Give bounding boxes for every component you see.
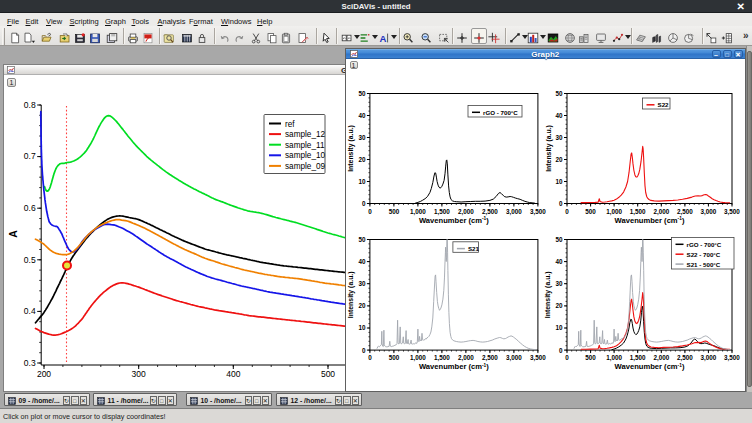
svg-text:1,000: 1,000 [410, 208, 426, 216]
svg-text:rGO - 700°C: rGO - 700°C [483, 109, 518, 116]
svg-text:2,500: 2,500 [677, 354, 693, 362]
svg-text:Wavenumber (cm-1): Wavenumber (cm-1) [614, 362, 684, 371]
svg-text:2,000: 2,000 [458, 354, 474, 362]
svg-text:S21 - 500°C: S21 - 500°C [686, 261, 720, 268]
svg-text:50: 50 [555, 90, 563, 97]
svg-text:3,500: 3,500 [724, 354, 740, 362]
svg-text:Wavenumber (cm-1): Wavenumber (cm-1) [614, 216, 684, 225]
svg-text:S22: S22 [657, 101, 669, 108]
svg-text:0: 0 [368, 354, 372, 361]
svg-text:ref: ref [285, 120, 295, 129]
svg-text:0: 0 [361, 347, 365, 354]
svg-text:500: 500 [388, 208, 399, 215]
svg-text:A: A [7, 230, 19, 238]
svg-text:2,500: 2,500 [677, 208, 693, 216]
svg-text:sample_10: sample_10 [285, 151, 326, 160]
svg-text:3,000: 3,000 [700, 208, 716, 216]
svg-text:30: 30 [555, 134, 563, 141]
svg-text:Intensity (a.u.): Intensity (a.u.) [347, 271, 355, 318]
svg-text:3,000: 3,000 [506, 208, 522, 216]
svg-text:0: 0 [558, 347, 562, 354]
svg-text:Intensity (a.u.): Intensity (a.u.) [544, 125, 552, 172]
svg-text:10: 10 [555, 324, 563, 331]
svg-text:300: 300 [132, 369, 146, 379]
svg-text:500: 500 [388, 354, 399, 361]
svg-text:10: 10 [555, 178, 563, 185]
svg-text:1,500: 1,500 [434, 354, 450, 362]
svg-text:S21: S21 [467, 245, 479, 252]
svg-text:1,000: 1,000 [606, 208, 622, 216]
svg-text:0: 0 [565, 354, 569, 361]
svg-text:2,000: 2,000 [653, 354, 669, 362]
svg-text:3,500: 3,500 [724, 208, 740, 216]
svg-text:40: 40 [555, 258, 563, 265]
svg-text:0.7: 0.7 [24, 151, 36, 161]
svg-text:40: 40 [555, 112, 563, 119]
svg-text:sample_09: sample_09 [285, 162, 326, 171]
svg-text:20: 20 [555, 302, 563, 309]
svg-text:0.8: 0.8 [24, 100, 36, 110]
svg-text:2,500: 2,500 [482, 208, 498, 216]
svg-text:30: 30 [555, 280, 563, 287]
svg-text:3,000: 3,000 [506, 354, 522, 362]
svg-text:50: 50 [555, 236, 563, 243]
svg-text:sample_11: sample_11 [285, 141, 325, 150]
svg-text:1,500: 1,500 [629, 354, 645, 362]
svg-text:20: 20 [555, 156, 563, 163]
svg-text:3,500: 3,500 [530, 354, 546, 362]
svg-text:2,000: 2,000 [653, 208, 669, 216]
svg-text:sample_12: sample_12 [285, 130, 326, 139]
svg-text:2,500: 2,500 [482, 354, 498, 362]
svg-text:0: 0 [565, 208, 569, 215]
svg-text:0: 0 [361, 200, 365, 207]
svg-text:2,000: 2,000 [458, 208, 474, 216]
svg-text:10: 10 [358, 324, 366, 331]
svg-text:30: 30 [358, 280, 366, 287]
svg-text:Wavenumber (cm-1): Wavenumber (cm-1) [418, 362, 488, 371]
svg-text:10: 10 [358, 178, 366, 185]
svg-text:1,500: 1,500 [629, 208, 645, 216]
svg-text:400: 400 [226, 369, 240, 379]
svg-text:1,500: 1,500 [434, 208, 450, 216]
svg-text:40: 40 [358, 258, 366, 265]
svg-text:1,000: 1,000 [410, 354, 426, 362]
svg-text:Intensity (a.u.): Intensity (a.u.) [347, 125, 355, 172]
svg-text:0.3: 0.3 [24, 358, 36, 368]
svg-text:20: 20 [358, 302, 366, 309]
svg-text:Wavenumber (cm-1): Wavenumber (cm-1) [418, 216, 488, 225]
svg-text:S22 - 700°C: S22 - 700°C [686, 251, 720, 258]
svg-text:200: 200 [37, 369, 51, 379]
svg-text:50: 50 [358, 236, 366, 243]
svg-text:0: 0 [368, 208, 372, 215]
svg-text:0.5: 0.5 [24, 255, 36, 265]
svg-text:1,000: 1,000 [606, 354, 622, 362]
svg-text:40: 40 [358, 112, 366, 119]
svg-text:0: 0 [558, 200, 562, 207]
svg-text:500: 500 [585, 208, 596, 215]
svg-text:0.4: 0.4 [24, 306, 36, 316]
svg-text:500: 500 [585, 354, 596, 361]
svg-text:50: 50 [358, 90, 366, 97]
svg-text:3,500: 3,500 [530, 208, 546, 216]
svg-text:30: 30 [358, 134, 366, 141]
svg-text:Intensity (a.u.): Intensity (a.u.) [544, 271, 552, 318]
svg-text:3,000: 3,000 [700, 354, 716, 362]
svg-text:20: 20 [358, 156, 366, 163]
svg-text:0.6: 0.6 [24, 203, 36, 213]
svg-text:A: A [380, 33, 387, 44]
svg-text:500: 500 [321, 369, 335, 379]
svg-text:rGO - 700°C: rGO - 700°C [686, 241, 721, 248]
